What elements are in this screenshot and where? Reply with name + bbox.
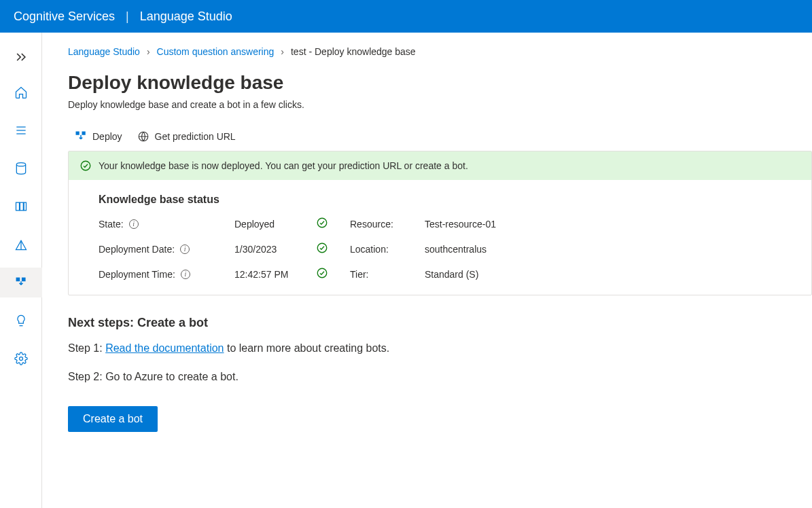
read-docs-link[interactable]: Read the documentation bbox=[105, 342, 224, 354]
toolbar: Deploy Get prediction URL bbox=[68, 130, 812, 143]
tier-label: Tier: bbox=[350, 269, 425, 280]
success-check-icon bbox=[80, 160, 92, 172]
expand-icon bbox=[14, 50, 28, 64]
time-value: 12:42:57 PM bbox=[234, 269, 316, 280]
settings-icon bbox=[14, 352, 28, 365]
lightbulb-icon bbox=[14, 314, 28, 327]
breadcrumb: Language Studio › Custom question answer… bbox=[68, 46, 812, 57]
svg-rect-7 bbox=[16, 278, 19, 280]
sidebar-library[interactable] bbox=[0, 192, 42, 221]
check-circle-icon bbox=[316, 217, 328, 229]
resource-value: Test-resource-01 bbox=[425, 219, 561, 230]
success-banner: Your knowledge base is now deployed. You… bbox=[69, 151, 811, 180]
check-circle-icon bbox=[316, 267, 328, 279]
sidebar-lightbulb[interactable] bbox=[0, 306, 42, 335]
brand-name: Cognitive Services bbox=[14, 10, 115, 24]
svg-point-9 bbox=[19, 357, 22, 361]
sidebar-expand[interactable] bbox=[0, 45, 42, 69]
location-value: southcentralus bbox=[425, 244, 561, 255]
breadcrumb-link-0[interactable]: Language Studio bbox=[68, 46, 140, 57]
step1-prefix: Step 1: bbox=[68, 342, 105, 354]
sidebar-database[interactable] bbox=[0, 153, 42, 183]
breadcrumb-current: test - Deploy knowledge base bbox=[291, 46, 416, 57]
svg-point-3 bbox=[16, 163, 25, 166]
svg-point-13 bbox=[81, 161, 90, 170]
main-content: Language Studio › Custom question answer… bbox=[42, 33, 812, 508]
svg-rect-5 bbox=[20, 202, 23, 211]
svg-point-16 bbox=[317, 268, 327, 278]
step-2: Step 2: Go to Azure to create a bot. bbox=[68, 371, 812, 383]
step1-suffix: to learn more about creating bots. bbox=[224, 342, 390, 354]
state-value: Deployed bbox=[234, 219, 316, 230]
step-1: Step 1: Read the documentation to learn … bbox=[68, 342, 812, 355]
check-circle-icon bbox=[316, 242, 328, 254]
deploy-button[interactable]: Deploy bbox=[75, 130, 122, 143]
next-steps-heading: Next steps: Create a bot bbox=[68, 316, 812, 330]
sidebar-home[interactable] bbox=[0, 77, 42, 107]
sidebar bbox=[0, 33, 42, 508]
status-grid: State:i Deployed Resource: Test-resource… bbox=[99, 217, 784, 281]
library-icon bbox=[14, 200, 28, 213]
page-subtitle: Deploy knowledge base and create a bot i… bbox=[68, 99, 812, 110]
chevron-right-icon: › bbox=[147, 46, 150, 57]
state-label: State: bbox=[99, 219, 124, 230]
status-card: Your knowledge base is now deployed. You… bbox=[68, 151, 812, 295]
list-icon bbox=[14, 124, 28, 137]
info-icon[interactable]: i bbox=[180, 244, 190, 254]
sidebar-org[interactable] bbox=[0, 230, 42, 259]
svg-point-14 bbox=[317, 218, 327, 228]
get-url-button-label: Get prediction URL bbox=[155, 131, 236, 142]
sidebar-deploy[interactable] bbox=[0, 268, 42, 297]
get-url-button[interactable]: Get prediction URL bbox=[137, 130, 236, 143]
info-icon[interactable]: i bbox=[129, 219, 139, 229]
product-name: Language Studio bbox=[140, 10, 232, 24]
svg-point-15 bbox=[317, 243, 327, 253]
status-heading: Knowledge base status bbox=[99, 194, 784, 206]
svg-rect-10 bbox=[76, 132, 79, 134]
sidebar-settings[interactable] bbox=[0, 344, 42, 374]
deploy-icon bbox=[14, 276, 28, 289]
header-separator: | bbox=[126, 10, 129, 24]
tier-value: Standard (S) bbox=[425, 269, 561, 280]
svg-rect-8 bbox=[22, 278, 24, 280]
location-label: Location: bbox=[350, 244, 425, 255]
top-header: Cognitive Services | Language Studio bbox=[0, 0, 812, 33]
deploy-button-label: Deploy bbox=[92, 131, 122, 142]
date-label: Deployment Date: bbox=[99, 244, 175, 255]
svg-rect-4 bbox=[16, 202, 19, 211]
sidebar-list[interactable] bbox=[0, 115, 42, 145]
resource-label: Resource: bbox=[350, 219, 425, 230]
globe-icon bbox=[137, 130, 149, 143]
home-icon bbox=[14, 86, 28, 99]
page-title: Deploy knowledge base bbox=[68, 72, 812, 94]
banner-message: Your knowledge base is now deployed. You… bbox=[99, 160, 468, 171]
create-bot-button[interactable]: Create a bot bbox=[68, 406, 158, 432]
time-label: Deployment Time: bbox=[99, 269, 175, 280]
database-icon bbox=[14, 162, 28, 175]
svg-rect-6 bbox=[24, 202, 26, 211]
breadcrumb-link-1[interactable]: Custom question answering bbox=[157, 46, 275, 57]
date-value: 1/30/2023 bbox=[234, 244, 316, 255]
deploy-action-icon bbox=[75, 130, 87, 143]
org-icon bbox=[14, 238, 28, 251]
svg-rect-11 bbox=[82, 132, 85, 134]
chevron-right-icon: › bbox=[281, 46, 284, 57]
info-icon[interactable]: i bbox=[181, 270, 190, 279]
